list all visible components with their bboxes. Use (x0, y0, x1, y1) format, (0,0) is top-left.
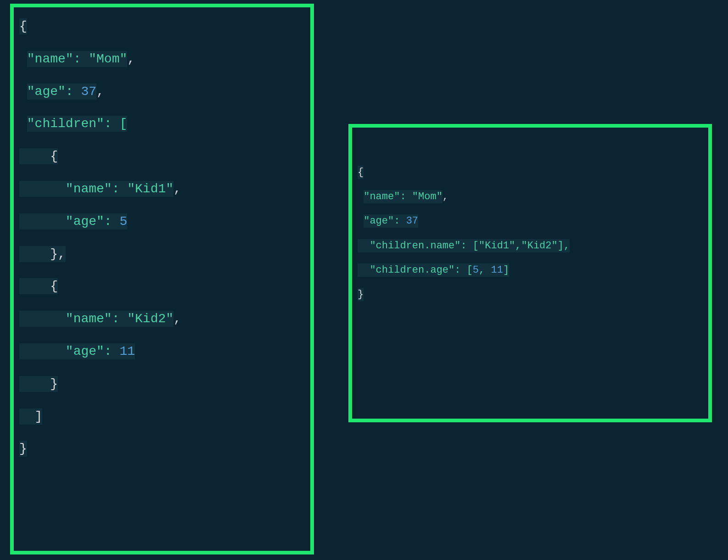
code-line: } (358, 286, 703, 302)
code-line: "name": "Kid1", (19, 179, 305, 200)
colon-bracket: : [ (104, 116, 127, 132)
colon: : (112, 181, 128, 197)
code-line: { (19, 276, 305, 297)
json-number: 5 (119, 213, 127, 230)
comma: , (174, 312, 181, 326)
json-string: "Kid2" (521, 239, 557, 252)
json-nested-box: { "name": "Mom", "age": 37, "children": … (10, 4, 314, 554)
indent (358, 239, 370, 252)
code-line: "children.name": ["Kid1","Kid2"], (358, 238, 703, 254)
json-string: "Kid1" (479, 239, 515, 252)
json-key: "name" (66, 311, 112, 327)
json-number: 11 (119, 343, 135, 359)
code-line: { (19, 17, 305, 37)
json-key: "name" (66, 181, 112, 197)
code-content-right: { "name": "Mom", "age": 37 "children.nam… (358, 137, 703, 302)
comma: , (515, 239, 521, 252)
open-brace: { (19, 278, 58, 294)
code-line: { (19, 146, 305, 167)
close-brace: } (19, 376, 58, 392)
json-string: "Mom" (89, 51, 127, 67)
code-line: "name": "Kid2", (19, 309, 305, 330)
open-brace: { (19, 148, 58, 164)
colon: : (104, 343, 120, 359)
code-line: "name": "Mom", (358, 189, 703, 205)
json-key: "children" (27, 116, 104, 132)
indent (358, 263, 370, 277)
comma: , (174, 182, 181, 196)
open-brace: { (19, 18, 27, 34)
json-key: "age" (66, 343, 104, 359)
code-line: { (358, 164, 703, 180)
close-brace: } (19, 441, 27, 457)
json-key: "children.name" (370, 239, 460, 252)
json-key: "name" (27, 51, 73, 67)
colon: : (112, 311, 128, 327)
indent (19, 213, 66, 230)
json-string: "Mom" (412, 190, 442, 203)
json-flattened-box: { "name": "Mom", "age": 37 "children.nam… (348, 124, 712, 422)
close-bracket: ], (558, 239, 570, 252)
close-brace: }, (19, 246, 66, 262)
json-number: 5 (473, 263, 479, 277)
colon: : (400, 190, 412, 203)
code-line: "age": 5 (19, 212, 305, 232)
code-line: ] (19, 407, 305, 427)
colon: : (66, 84, 81, 100)
code-line: "age": 37 (358, 213, 703, 229)
colon: : (104, 213, 120, 230)
colon-bracket: : [ (460, 239, 479, 252)
json-string: "Kid2" (127, 311, 174, 327)
colon-bracket: : [ (454, 263, 473, 277)
json-number: 37 (81, 84, 96, 100)
json-key: "children.age" (370, 263, 454, 277)
json-string: "Kid1" (127, 181, 174, 197)
indent (19, 181, 66, 197)
code-line: } (19, 439, 305, 459)
code-content-left: { "name": "Mom", "age": 37, "children": … (19, 17, 305, 459)
json-number: 11 (491, 263, 503, 277)
close-bracket: ] (19, 409, 42, 425)
json-key: "age" (27, 84, 66, 100)
comma: , (442, 191, 448, 202)
comma: , (96, 84, 104, 99)
code-line: "children.age": [5, 11] (358, 262, 703, 278)
code-line: "age": 37, (19, 82, 305, 102)
code-line: "name": "Mom", (19, 49, 305, 70)
json-key: "age" (66, 213, 104, 230)
colon: : (394, 214, 406, 228)
close-brace: } (358, 288, 364, 301)
indent (19, 343, 66, 359)
json-number: 37 (406, 214, 418, 228)
colon: : (73, 51, 89, 67)
code-line: "children": [ (19, 114, 305, 134)
json-key: "age" (364, 214, 394, 228)
json-key: "name" (364, 190, 400, 203)
code-line: }, (19, 244, 305, 265)
code-line: "age": 11 (19, 342, 305, 362)
open-brace: { (358, 166, 364, 179)
comma: , (479, 263, 491, 277)
indent (19, 311, 66, 327)
comma: , (127, 52, 135, 66)
code-line: } (19, 374, 305, 395)
close-bracket: ] (503, 263, 509, 277)
